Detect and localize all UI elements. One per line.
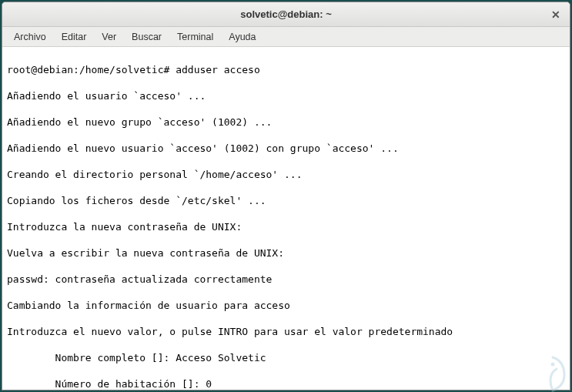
- menu-ayuda[interactable]: Ayuda: [222, 29, 263, 45]
- terminal-line: passwd: contraseña actualizada correctam…: [7, 273, 565, 286]
- svg-point-0: [551, 363, 555, 367]
- terminal-line: Creando el directorio personal `/home/ac…: [7, 168, 565, 181]
- terminal-output[interactable]: root@debian:/home/solvetic# adduser acce…: [2, 47, 570, 390]
- terminal-line: Añadiendo el nuevo usuario `acceso' (100…: [7, 142, 565, 155]
- menubar: Archivo Editar Ver Buscar Terminal Ayuda: [2, 27, 570, 47]
- terminal-line: root@debian:/home/solvetic# adduser acce…: [7, 63, 565, 76]
- menu-terminal[interactable]: Terminal: [170, 29, 220, 45]
- menu-ver[interactable]: Ver: [95, 29, 123, 45]
- terminal-line: Copiando los ficheros desde `/etc/skel' …: [7, 194, 565, 207]
- window-title: solvetic@debian: ~: [240, 8, 332, 20]
- terminal-line: Número de habitación []: 0: [7, 377, 565, 390]
- menu-archivo[interactable]: Archivo: [7, 29, 53, 45]
- titlebar: solvetic@debian: ~ ✕: [2, 2, 570, 27]
- terminal-line: Nombre completo []: Acceso Solvetic: [7, 351, 565, 364]
- terminal-line: Añadiendo el usuario `acceso' ...: [7, 89, 565, 102]
- terminal-line: Introduzca el nuevo valor, o pulse INTRO…: [7, 325, 565, 338]
- watermark-icon: [534, 353, 572, 392]
- terminal-line: Vuelva a escribir la nueva contraseña de…: [7, 246, 565, 260]
- close-icon: ✕: [551, 8, 560, 21]
- terminal-window: solvetic@debian: ~ ✕ Archivo Editar Ver …: [2, 2, 570, 390]
- close-button[interactable]: ✕: [550, 8, 562, 21]
- menu-buscar[interactable]: Buscar: [125, 29, 169, 45]
- menu-editar[interactable]: Editar: [55, 29, 94, 45]
- terminal-line: Añadiendo el nuevo grupo `acceso' (1002)…: [7, 116, 565, 129]
- terminal-line: Introduzca la nueva contraseña de UNIX:: [7, 220, 565, 233]
- terminal-line: Cambiando la información de usuario para…: [7, 299, 565, 312]
